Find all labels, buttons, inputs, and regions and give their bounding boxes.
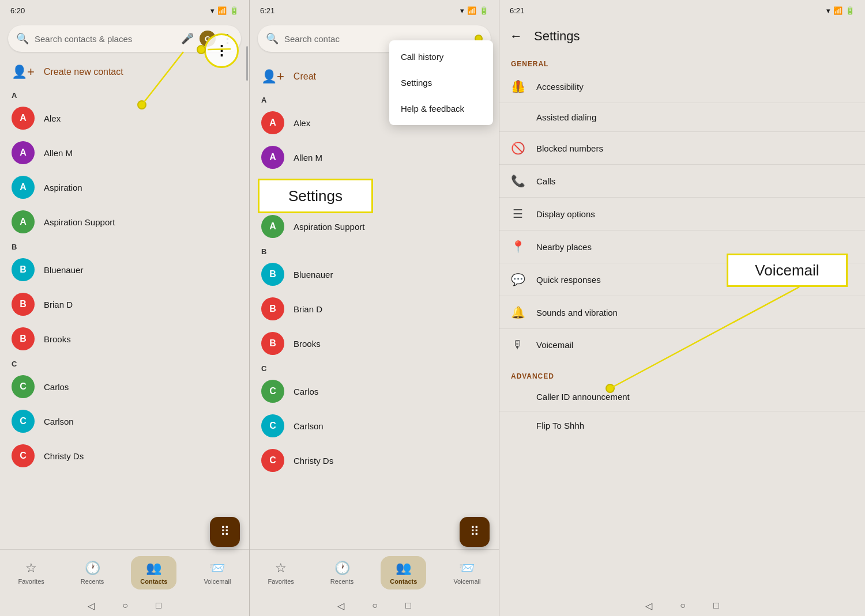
nearby-label: Nearby places xyxy=(536,242,592,252)
nav-contacts-2[interactable]: 👥 Contacts xyxy=(381,556,426,589)
avatar-allen: A xyxy=(12,141,35,164)
settings-sounds-vibration[interactable]: 🔔 Sounds and vibration xyxy=(499,297,865,327)
nav-recents[interactable]: 🕐 Recents xyxy=(72,556,113,589)
contact-brooks[interactable]: B Brooks xyxy=(0,322,249,356)
search-input-1[interactable]: Search contacts & places xyxy=(35,34,175,44)
divider-7 xyxy=(499,296,865,296)
contact-brooks-2[interactable]: B Brooks xyxy=(250,326,499,361)
home-btn-3[interactable]: ○ xyxy=(680,600,686,611)
contact-carlson[interactable]: C Carlson xyxy=(0,404,249,439)
status-time-2: 6:21 xyxy=(260,6,274,15)
avatar-carlson-2: C xyxy=(261,414,284,437)
contact-alex[interactable]: A Alex xyxy=(0,101,249,135)
avatar-allen-2: A xyxy=(261,146,284,169)
nearby-icon: 📍 xyxy=(511,240,525,254)
name-allen: Allen M xyxy=(44,148,73,158)
recents-btn-3[interactable]: □ xyxy=(713,600,719,611)
panel-settings: 6:21 ▾ 📶 🔋 ← Settings GENERAL 🦺 Accessib… xyxy=(499,0,865,616)
nav-voicemail-2[interactable]: 📨 Voicemail xyxy=(444,556,490,589)
settings-assisted-dialing[interactable]: Assisted dialing xyxy=(499,104,865,130)
contact-aspiration-support[interactable]: A Aspiration Support xyxy=(0,205,249,239)
name-aspiration: Aspiration xyxy=(44,183,82,192)
create-new-label-2: Creat xyxy=(294,71,316,82)
contact-christy-2[interactable]: C Christy Ds xyxy=(250,443,499,478)
back-btn-2[interactable]: ◁ xyxy=(337,600,344,611)
name-bluenauer: Bluenauer xyxy=(44,265,83,275)
settings-voicemail[interactable]: 🎙 Voicemail xyxy=(499,330,865,360)
settings-accessibility[interactable]: 🦺 Accessibility xyxy=(499,71,865,101)
voicemail-label: Voicemail xyxy=(204,578,231,585)
signal-icon-3: 📶 xyxy=(833,6,843,15)
recents-btn-1[interactable]: □ xyxy=(156,600,161,611)
section-c: C xyxy=(0,356,249,369)
settings-calls[interactable]: 📞 Calls xyxy=(499,166,865,196)
home-btn-1[interactable]: ○ xyxy=(122,600,128,611)
contact-bluenauer[interactable]: B Bluenauer xyxy=(0,252,249,287)
signal-icon: 📶 xyxy=(217,6,227,15)
nav-favorites[interactable]: ☆ Favorites xyxy=(9,556,54,589)
section-c-2: C xyxy=(250,361,499,374)
contact-aspiration[interactable]: A Aspiration xyxy=(0,170,249,205)
avatar-brooks: B xyxy=(12,327,35,350)
accessibility-icon: 🦺 xyxy=(511,80,525,93)
scrollbar xyxy=(246,46,248,81)
signal-icon-2: 📶 xyxy=(467,6,476,15)
dropdown-settings[interactable]: Settings xyxy=(389,70,493,96)
name-alex-2: Alex xyxy=(294,118,310,128)
settings-blocked-numbers[interactable]: 🚫 Blocked numbers xyxy=(499,133,865,163)
panel-contacts-main: 6:20 ▾ 📶 🔋 🔍 Search contacts & places 🎤 … xyxy=(0,0,250,616)
contact-allen[interactable]: A Allen M xyxy=(0,135,249,170)
back-btn-3[interactable]: ◁ xyxy=(645,600,652,611)
name-alex: Alex xyxy=(44,114,61,123)
section-a: A xyxy=(0,88,249,101)
nav-contacts[interactable]: 👥 Contacts xyxy=(131,556,176,589)
name-bluenauer-2: Bluenauer xyxy=(294,270,333,279)
nav-voicemail[interactable]: 📨 Voicemail xyxy=(194,556,240,589)
fab-dialpad[interactable]: ⠿ xyxy=(210,517,240,547)
divider-2 xyxy=(499,131,865,132)
avatar-carlos: C xyxy=(12,375,35,398)
name-aspiration-support-2: Aspiration Support xyxy=(294,222,364,232)
status-icons-2: ▾ 📶 🔋 xyxy=(460,6,488,15)
caller-id-label: Caller ID announcement xyxy=(536,392,630,402)
recents-icon-2: 🕐 xyxy=(334,561,350,576)
contact-bluenauer-2[interactable]: B Bluenauer xyxy=(250,257,499,292)
status-bar-3: 6:21 ▾ 📶 🔋 xyxy=(499,0,865,21)
sys-nav-1: ◁ ○ □ xyxy=(0,595,249,616)
contact-list-1: 👤+ Create new contact A A Alex A Allen M… xyxy=(0,56,249,549)
status-icons-3: ▾ 📶 🔋 xyxy=(826,6,855,15)
mic-icon[interactable]: 🎤 xyxy=(181,32,194,45)
home-btn-2[interactable]: ○ xyxy=(372,600,378,611)
status-time-3: 6:21 xyxy=(510,6,524,15)
contact-carlos-2[interactable]: C Carlos xyxy=(250,374,499,409)
dropdown-call-history[interactable]: Call history xyxy=(389,44,493,70)
contact-brian-2[interactable]: B Brian D xyxy=(250,292,499,326)
contact-aspiration-support-2[interactable]: A Aspiration Support xyxy=(250,209,499,244)
contact-carlson-2[interactable]: C Carlson xyxy=(250,409,499,443)
battery-icon-2: 🔋 xyxy=(479,6,488,15)
contact-carlos[interactable]: C Carlos xyxy=(0,369,249,404)
voicemail-icon-2: 📨 xyxy=(459,561,475,576)
nav-favorites-2[interactable]: ☆ Favorites xyxy=(259,556,303,589)
dropdown-help[interactable]: Help & feedback xyxy=(389,96,493,122)
nav-recents-2[interactable]: 🕐 Recents xyxy=(321,556,363,589)
settings-display-options[interactable]: ☰ Display options xyxy=(499,199,865,229)
battery-icon-3: 🔋 xyxy=(845,6,855,15)
name-carlos: Carlos xyxy=(44,382,69,392)
contact-christy[interactable]: C Christy Ds xyxy=(0,439,249,473)
contacts-label: Contacts xyxy=(140,578,167,585)
divider-1 xyxy=(499,103,865,103)
back-arrow[interactable]: ← xyxy=(510,29,522,44)
contact-brian[interactable]: B Brian D xyxy=(0,287,249,322)
settings-flip-shhh[interactable]: Flip To Shhh xyxy=(499,413,865,439)
settings-caller-id[interactable]: Caller ID announcement xyxy=(499,384,865,410)
search-icon-2: 🔍 xyxy=(266,32,279,45)
fab-dialpad-2[interactable]: ⠿ xyxy=(460,517,490,547)
avatar-brian: B xyxy=(12,293,35,316)
contact-allen-2[interactable]: A Allen M xyxy=(250,140,499,175)
back-btn-1[interactable]: ◁ xyxy=(88,600,95,611)
recents-btn-2[interactable]: □ xyxy=(405,600,411,611)
bottom-nav-2: ☆ Favorites 🕐 Recents 👥 Contacts 📨 Voice… xyxy=(250,549,499,595)
dropdown-menu[interactable]: Call history Settings Help & feedback xyxy=(389,40,493,125)
bottom-nav-1: ☆ Favorites 🕐 Recents 👥 Contacts 📨 Voice… xyxy=(0,549,249,595)
